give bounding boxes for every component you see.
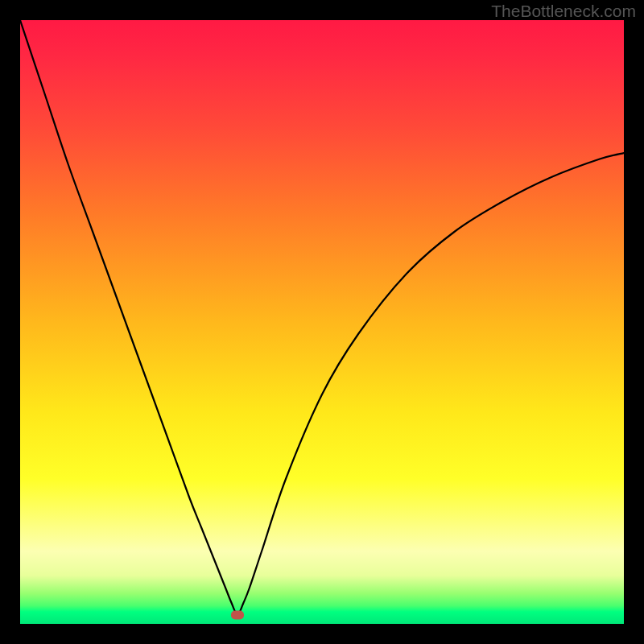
chart-plot-area xyxy=(20,20,624,624)
chart-min-marker xyxy=(231,610,244,619)
bottleneck-curve-line xyxy=(20,20,624,615)
watermark-text: TheBottleneck.com xyxy=(491,2,636,21)
chart-curve-svg xyxy=(20,20,624,624)
